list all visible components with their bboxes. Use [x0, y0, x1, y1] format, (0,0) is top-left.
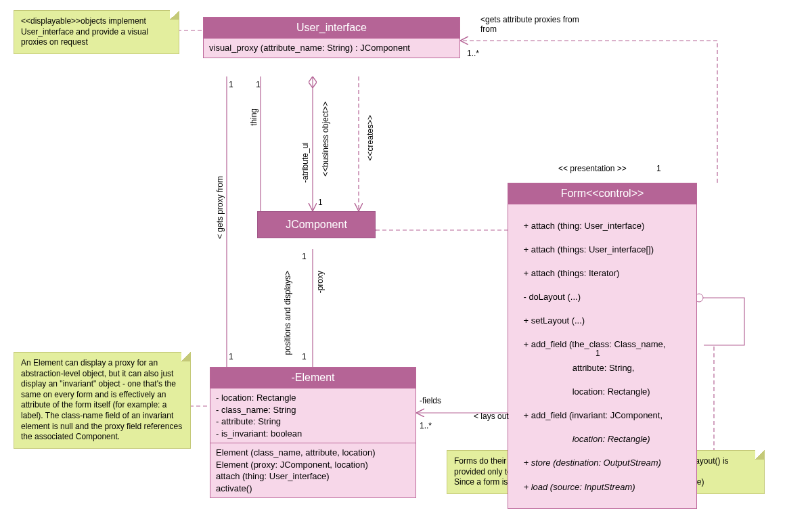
class-title: User_interface — [204, 18, 459, 38]
class-title: -Element — [210, 368, 416, 388]
class-title: Form<<control>> — [508, 183, 696, 204]
class-form: Form<<control>> + attach (thing: User_in… — [508, 183, 697, 509]
label-fields: -fields — [420, 396, 441, 405]
label-presentation: << presentation >> — [558, 164, 627, 173]
mult-1-b: 1 — [229, 80, 233, 89]
label-attribute-ui: -atribute_ui — [300, 142, 310, 183]
note-displayable: <<displayable>>objects implement User_in… — [14, 10, 179, 54]
label-creates: <<creates>> — [365, 115, 375, 160]
mult-1star-b: 1..* — [420, 421, 432, 430]
mult-1-e: 1 — [656, 164, 661, 173]
mult-1: 1 — [256, 80, 261, 89]
mult-1-c: 1 — [229, 352, 233, 361]
label-proxy: -proxy — [315, 271, 325, 293]
mult-1-g: 1 — [302, 352, 307, 361]
class-element: -Element - location: Rectangle - class_n… — [210, 367, 416, 498]
label-positions: positions and displays> — [283, 271, 292, 355]
class-methods: + attach (thing: User_interface) + attac… — [508, 204, 696, 508]
label-thing: thing — [249, 108, 259, 126]
class-jcomponent: JComponent — [257, 211, 376, 238]
class-method: visual_proxy (attribute_name: String) : … — [204, 38, 459, 58]
class-user-interface: User_interface visual_proxy (attribute_n… — [203, 17, 460, 58]
class-attributes: - location: Rectangle - class_name: Stri… — [210, 388, 416, 443]
mult-1-d: 1 — [318, 198, 323, 207]
class-methods: Element (class_name, attribute, location… — [210, 443, 416, 497]
mult-1-f: 1 — [302, 252, 307, 261]
label-business-obj: <<business object>> — [321, 102, 330, 177]
note-element: An Element can display a proxy for an ab… — [14, 352, 191, 449]
label-gets-attr: <gets attribute proxies fromfrom — [480, 15, 579, 34]
label-gets-proxy: < gets proxy from — [215, 176, 225, 239]
label-lays-out: < lays out — [474, 412, 509, 421]
mult-1-h: 1 — [596, 349, 600, 358]
mult-1star: 1..* — [467, 49, 479, 58]
